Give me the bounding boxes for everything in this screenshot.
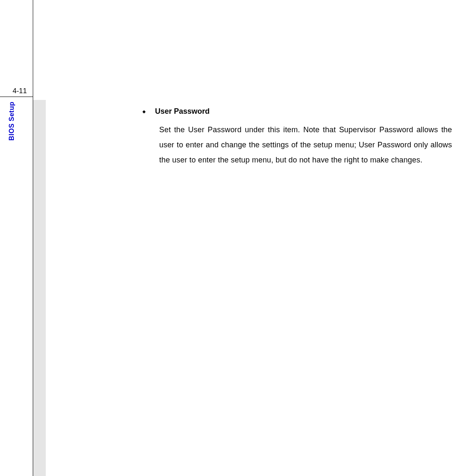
section-label: BIOS Setup <box>8 102 16 141</box>
diamond-bullet-icon: ◆ <box>142 107 146 116</box>
bullet-title: User Password <box>155 107 210 116</box>
horizontal-divider <box>0 97 33 97</box>
bullet-item: ◆ User Password <box>142 107 452 116</box>
content-area: ◆ User Password Set the User Password un… <box>142 107 452 167</box>
page-number: 4-11 <box>13 87 27 95</box>
page-container: 4-11 BIOS Setup ◆ User Password Set the … <box>0 0 452 476</box>
gray-sidebar-band <box>33 100 46 476</box>
body-paragraph: Set the User Password under this item. N… <box>159 122 452 167</box>
